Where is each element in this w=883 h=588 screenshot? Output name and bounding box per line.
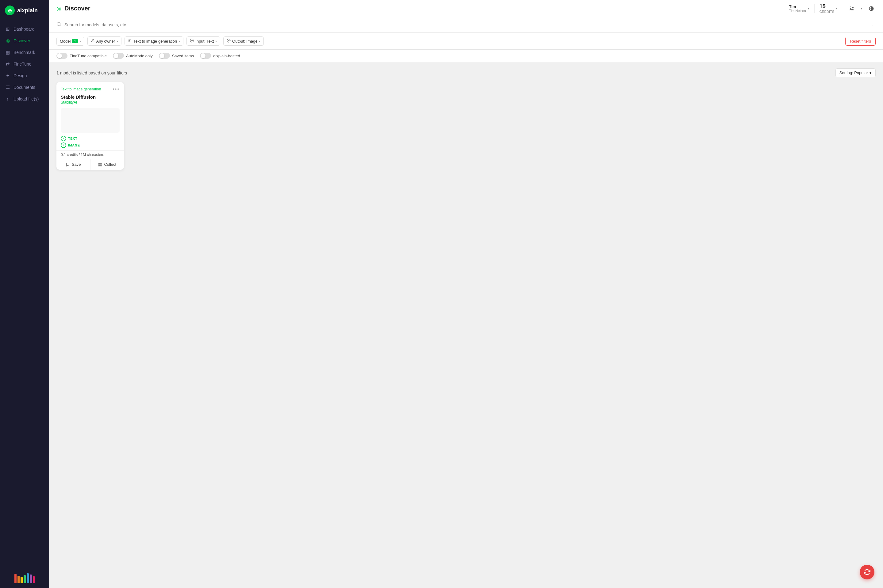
card-credits-value: 0.1 credits [61,153,78,157]
rainbow-bars [14,572,35,583]
sidebar-item-label: Design [14,73,27,78]
owner-filter-pill[interactable]: Any owner ▾ [87,36,122,46]
card-image [61,108,120,133]
credits-number: 15 [820,3,834,10]
theme-toggle-icon[interactable] [867,4,875,13]
tag-input-label: TEXT [68,136,77,140]
function-filter-label: Text to image generation [134,39,177,44]
hosted-toggle[interactable] [200,53,211,59]
sidebar-item-design[interactable]: ✦ Design [0,70,49,81]
credits-badge[interactable]: 15 CREDITS ▾ [820,3,837,14]
sidebar-item-upload[interactable]: ↑ Upload file(s) [0,93,49,105]
upload-icon: ↑ [5,96,11,101]
card-credits-unit: / 1M characters [79,153,104,157]
user-chevron-icon: ▾ [808,7,809,10]
tag-input-icon: + [61,136,66,141]
function-chevron-icon: ▾ [179,39,180,43]
documents-icon: ☰ [5,85,11,90]
svg-rect-8 [101,165,102,166]
sort-button[interactable]: Sorting: Popular ▾ [835,68,875,77]
saved-toggle-item: Saved items [159,53,194,59]
credits-chevron-icon: ▾ [835,7,837,10]
sort-label: Sorting: Popular [839,70,868,75]
search-bar: ⋮ [49,17,883,33]
sidebar-item-benchmark[interactable]: ▦ Benchmark [0,46,49,58]
function-icon [128,39,132,44]
output-chevron-icon: ▾ [259,39,260,43]
saved-toggle[interactable] [159,53,170,59]
svg-rect-5 [98,163,100,164]
sidebar: ◎ aixplain ⊞ Dashboard ◎ Discover ▦ Benc… [0,0,49,588]
svg-point-1 [57,22,60,26]
rainbow-bar [24,575,26,583]
card-tag-input: + TEXT [61,136,120,141]
card-actions: Save Collect [56,159,124,170]
sidebar-item-dashboard[interactable]: ⊞ Dashboard [0,23,49,35]
finetune-toggle[interactable] [56,53,68,59]
refresh-fab[interactable] [860,565,874,579]
automode-toggle[interactable] [113,53,124,59]
search-more-icon[interactable]: ⋮ [870,21,875,28]
model-filter-pill[interactable]: Model 1 ▾ [56,37,84,46]
sidebar-item-label: Discover [14,38,30,43]
model-filter-chevron: ▾ [80,39,81,43]
credits-block: 15 CREDITS [820,3,834,14]
user-info[interactable]: Tim Tim Nelson ▾ [789,4,809,13]
sidebar-item-label: Benchmark [14,50,35,55]
collect-label: Collect [104,162,116,166]
card-header: Text to image generation ••• [56,82,124,94]
user-name-block: Tim Tim Nelson [789,4,806,13]
model-card: Text to image generation ••• Stable Diff… [56,82,124,170]
rainbow-bar [30,574,32,583]
results-header: 1 model is listed based on your filters … [56,68,875,77]
input-filter-pill[interactable]: Input: Text ▾ [187,36,220,46]
main-content: ◎ Discover Tim Tim Nelson ▾ 15 CREDITS ▾ [49,0,883,588]
sidebar-item-finetune[interactable]: ⇄ FineTune [0,58,49,70]
reset-filters-button[interactable]: Reset filters [845,37,875,46]
card-tags: + TEXT + IMAGE [56,136,124,150]
card-menu-icon[interactable]: ••• [113,86,120,92]
translate-chevron-icon: ▾ [860,7,862,10]
collect-button[interactable]: Collect [90,159,124,170]
sidebar-item-label: FineTune [14,62,32,66]
search-input[interactable] [65,22,867,27]
dashboard-icon: ⊞ [5,26,11,32]
benchmark-icon: ▦ [5,50,11,55]
header-divider2 [842,4,842,13]
logo-text: aixplain [17,8,38,14]
owner-filter-label: Any owner [96,39,115,44]
automode-toggle-item: AutoMode only [113,53,153,59]
input-icon [190,39,194,44]
tag-output-label: IMAGE [68,143,80,147]
discover-icon: ◎ [5,38,11,44]
output-filter-pill[interactable]: Output: Image ▾ [223,36,264,46]
filters-bar: Model 1 ▾ Any owner ▾ Te [49,33,883,50]
rainbow-bar [21,577,23,583]
header: ◎ Discover Tim Tim Nelson ▾ 15 CREDITS ▾ [49,0,883,17]
results-count: 1 model is listed based on your filters [56,70,127,75]
card-credits: 0.1 credits / 1M characters [56,150,124,159]
svg-point-2 [92,39,93,40]
output-icon [227,39,231,44]
function-filter-pill[interactable]: Text to image generation ▾ [125,36,184,46]
design-icon: ✦ [5,73,11,78]
sidebar-item-label: Documents [14,85,35,90]
credits-label: CREDITS [820,10,834,14]
card-subtitle: StabilityAI [56,100,124,108]
svg-rect-6 [101,163,102,164]
card-category: Text to image generation [61,87,101,91]
input-filter-label: Input: Text [196,39,214,44]
header-divider [814,4,815,13]
save-button[interactable]: Save [56,159,90,170]
translate-icon[interactable] [847,4,856,13]
saved-toggle-label: Saved items [172,54,194,58]
sidebar-item-documents[interactable]: ☰ Documents [0,81,49,93]
card-title: Stable Diffusion [56,94,124,100]
sidebar-item-label: Dashboard [14,27,35,32]
sidebar-item-discover[interactable]: ◎ Discover [0,35,49,46]
tag-output-icon: + [61,142,66,148]
hosted-toggle-label: aixplain-hosted [213,54,240,58]
sidebar-footer [0,567,49,588]
rainbow-bar [18,576,20,583]
model-filter-label: Model [60,39,71,44]
